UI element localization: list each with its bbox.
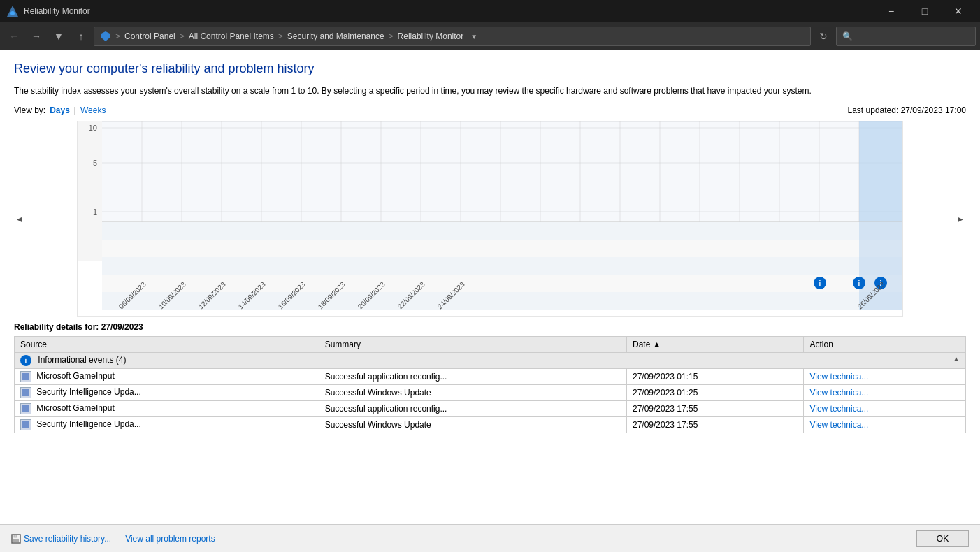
path-all-items[interactable]: All Control Panel Items [189, 31, 274, 41]
table-row[interactable]: Security Intelligence Upda... Successful… [15, 385, 966, 401]
svg-text:i: i [819, 279, 821, 287]
view-weeks-button[interactable]: Weeks [80, 106, 106, 115]
event-group-header[interactable]: i Informational events (4) ▲ [15, 353, 966, 369]
search-box: 🔍 [836, 27, 976, 46]
path-security[interactable]: Security and Maintenance [287, 31, 384, 41]
svg-rect-61 [13, 539, 19, 542]
row-icon [20, 371, 31, 382]
up-button[interactable]: ↑ [71, 27, 91, 46]
chart-scroll-right[interactable]: ▶ [955, 121, 966, 317]
cell-source: Microsoft GameInput [15, 401, 319, 417]
cell-date: 27/09/2023 01:15 [626, 369, 804, 385]
table-row[interactable]: Microsoft GameInput Successful applicati… [15, 369, 966, 385]
bottom-bar: Save reliability history... View all pro… [0, 524, 980, 552]
chart-container: ◀ 10 5 1 [14, 121, 966, 317]
reliability-chart[interactable]: 10 5 1 [25, 121, 955, 317]
svg-rect-4 [78, 121, 102, 261]
titlebar: Reliability Monitor − □ ✕ [0, 0, 980, 22]
cell-date: 27/09/2023 17:55 [626, 417, 804, 433]
reliability-details: Reliability details for: 27/09/2023 Sour… [14, 322, 966, 433]
path-dropdown-button[interactable]: ▼ [466, 27, 482, 46]
view-all-problem-reports-link[interactable]: View all problem reports [125, 534, 215, 544]
view-by-label: View by: [14, 106, 45, 115]
path-separator: > [389, 31, 394, 41]
svg-text:5: 5 [93, 159, 97, 167]
col-summary[interactable]: Summary [319, 337, 626, 353]
svg-marker-2 [101, 31, 110, 41]
row-icon [20, 419, 31, 430]
reliability-details-title: Reliability details for: 27/09/2023 [14, 322, 966, 332]
chart-area[interactable]: 10 5 1 [25, 121, 955, 317]
forward-button[interactable]: → [27, 27, 46, 46]
svg-rect-40 [102, 257, 902, 275]
svg-text:1: 1 [93, 208, 97, 216]
path-control-panel[interactable]: Control Panel [124, 31, 175, 41]
view-controls: View by: Days | Weeks Last updated: 27/0… [14, 106, 966, 115]
table-header-row: Source Summary Date ▲ Action [15, 337, 966, 353]
app-icon [6, 4, 20, 18]
windows-shield-icon [100, 31, 111, 42]
cell-summary: Successful application reconfig... [319, 401, 626, 417]
path-separator: > [278, 31, 283, 41]
chart-wrapper: 10 5 1 [25, 121, 955, 317]
cell-action: View technica... [804, 401, 966, 417]
col-action[interactable]: Action [804, 337, 966, 353]
svg-rect-32 [859, 121, 902, 222]
cell-source: Security Intelligence Upda... [15, 385, 319, 401]
path-separator: > [115, 31, 120, 41]
cell-summary: Successful application reconfig... [319, 369, 626, 385]
address-path[interactable]: > Control Panel > All Control Panel Item… [94, 27, 811, 46]
info-icon: i [20, 355, 31, 366]
bottom-links: Save reliability history... View all pro… [11, 534, 215, 544]
last-updated-label: Last updated: 27/09/2023 17:00 [848, 106, 966, 115]
cell-summary: Successful Windows Update [319, 385, 626, 401]
svg-rect-42 [102, 292, 902, 310]
window-title: Reliability Monitor [24, 6, 875, 16]
action-link[interactable]: View technica... [809, 404, 868, 414]
view-days-button[interactable]: Days [50, 106, 70, 115]
recent-locations-button[interactable]: ▼ [49, 27, 69, 46]
cell-date: 27/09/2023 17:55 [626, 401, 804, 417]
action-link[interactable]: View technica... [809, 420, 868, 430]
minimize-button[interactable]: − [875, 0, 907, 22]
view-separator: | [74, 106, 76, 115]
col-source[interactable]: Source [15, 337, 319, 353]
action-link[interactable]: View technica... [809, 388, 868, 398]
svg-text:i: i [858, 279, 860, 287]
cell-source: Microsoft GameInput [15, 369, 319, 385]
ok-button[interactable]: OK [916, 530, 969, 547]
row-icon [20, 403, 31, 414]
maximize-button[interactable]: □ [909, 0, 941, 22]
save-icon [11, 534, 21, 544]
table-row[interactable]: Security Intelligence Upda... Successful… [15, 417, 966, 433]
save-reliability-history-link[interactable]: Save reliability history... [11, 534, 111, 544]
back-button[interactable]: ← [4, 27, 24, 46]
col-date[interactable]: Date ▲ [626, 337, 804, 353]
svg-rect-39 [102, 240, 902, 257]
svg-rect-62 [14, 535, 17, 537]
path-separator: > [180, 31, 185, 41]
svg-text:10: 10 [89, 124, 97, 132]
close-button[interactable]: ✕ [942, 0, 974, 22]
collapse-button[interactable]: ▲ [953, 355, 960, 363]
svg-rect-12 [102, 121, 902, 222]
path-reliability-monitor[interactable]: Reliability Monitor [398, 31, 464, 41]
cell-action: View technica... [804, 385, 966, 401]
svg-point-1 [10, 11, 15, 15]
page-description: The stability index assesses your system… [14, 85, 958, 97]
refresh-button[interactable]: ↻ [814, 27, 833, 46]
chart-scroll-left[interactable]: ◀ [14, 121, 25, 317]
main-content: Review your computer's reliability and p… [0, 50, 980, 552]
cell-action: View technica... [804, 369, 966, 385]
action-link[interactable]: View technica... [809, 372, 868, 382]
window-controls: − □ ✕ [875, 0, 974, 22]
page-title: Review your computer's reliability and p… [14, 61, 966, 76]
event-group-label: i Informational events (4) ▲ [15, 353, 966, 369]
search-icon: 🔍 [842, 31, 853, 41]
cell-source: Security Intelligence Upda... [15, 417, 319, 433]
table-row[interactable]: Microsoft GameInput Successful applicati… [15, 401, 966, 417]
row-icon [20, 387, 31, 398]
view-by-section: View by: Days | Weeks [14, 106, 106, 115]
details-table: Source Summary Date ▲ Action [14, 336, 966, 433]
cell-action: View technica... [804, 417, 966, 433]
